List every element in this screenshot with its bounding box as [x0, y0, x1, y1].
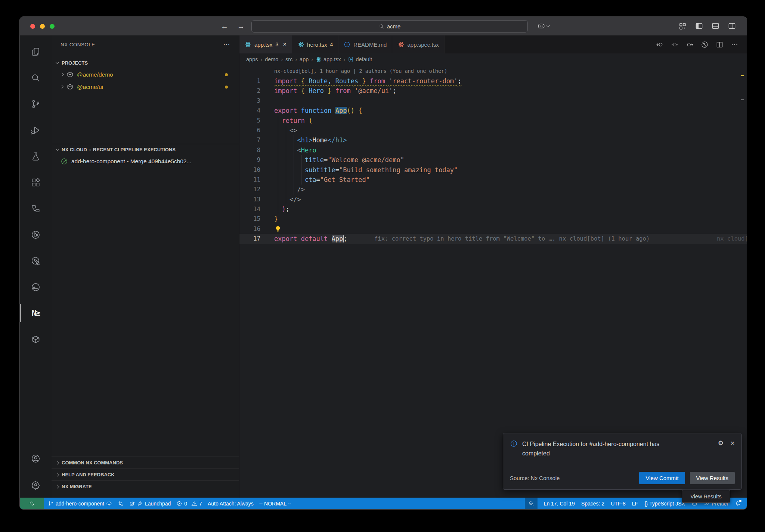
activity-item-references[interactable] [20, 195, 52, 222]
status-item-launchpad[interactable]: Launchpad [129, 501, 171, 507]
status-item-problems[interactable]: 07 [176, 501, 202, 507]
status-item-compare[interactable] [118, 501, 124, 507]
activity-item-search[interactable] [20, 65, 52, 91]
breadcrumb-apps[interactable]: apps [246, 56, 258, 62]
error-count: 0 [184, 501, 187, 507]
code-line-6: 6 <> [239, 126, 747, 135]
previous-change-icon[interactable] [656, 41, 664, 49]
pipeline-execution-item[interactable]: add-hero-component - Merge 409b44e5cb02.… [52, 155, 239, 167]
line-number: 3 [239, 96, 260, 106]
minimize-window-button[interactable] [40, 24, 45, 29]
search-icon [379, 24, 384, 29]
status-item-notifications[interactable] [735, 501, 741, 507]
activity-item-gitlens[interactable] [20, 222, 52, 248]
more-actions-icon[interactable] [731, 41, 738, 49]
tab-badge: 4 [330, 41, 333, 47]
copilot-menu[interactable] [537, 22, 549, 30]
sidebar-more-actions-button[interactable]: ⋯ [223, 40, 230, 49]
next-change-icon[interactable] [686, 41, 694, 49]
gitlens-inspect-icon [31, 256, 41, 266]
split-editor-icon[interactable] [716, 41, 724, 49]
status-item-eol[interactable]: LF [632, 501, 638, 507]
view-results-button[interactable]: View Results [690, 472, 735, 484]
chevron-right-icon [56, 461, 59, 465]
modified-dot [225, 73, 228, 76]
notification-toast: CI Pipeline Execution for #add-hero-comp… [503, 433, 742, 490]
current-change-icon[interactable] [671, 41, 679, 49]
activity-item-source-control[interactable] [20, 91, 52, 117]
status-item-auto-attach[interactable]: Auto Attach: Always [208, 501, 254, 507]
activity-item-run-debug[interactable] [20, 117, 52, 143]
commit-graph-icon[interactable] [701, 41, 709, 49]
status-item-vim-mode[interactable]: -- NORMAL -- [259, 501, 291, 507]
navigate-forward-button[interactable]: → [237, 22, 245, 31]
breadcrumb-app[interactable]: app [300, 56, 309, 62]
activity-item-testing[interactable] [20, 143, 52, 169]
sidebar-section-common-nx-commands[interactable]: COMMON NX COMMANDS [52, 457, 239, 468]
activity-item-accounts[interactable] [20, 445, 52, 471]
customize-layout-icon[interactable] [678, 22, 687, 30]
projects-section-header[interactable]: PROJECTS [52, 57, 239, 68]
sidebar-section-nx-migrate[interactable]: NX MIGRATE [52, 480, 239, 492]
tab-badge: 3 [275, 41, 278, 47]
lightbulb-icon[interactable] [274, 225, 282, 233]
breadcrumb-src[interactable]: src [285, 56, 292, 62]
modified-dot [225, 86, 228, 89]
package-icon [66, 83, 74, 90]
close-icon[interactable]: × [283, 41, 287, 48]
project-item-@acme/demo[interactable]: @acme/demo [52, 68, 239, 81]
project-item-@acme/ui[interactable]: @acme/ui [52, 81, 239, 93]
blame-overflow-text: nx-cloud[b [717, 234, 747, 244]
notification-close-icon[interactable]: × [730, 439, 735, 458]
sidebar-section-help-and-feedback[interactable]: HELP AND FEEDBACK [52, 468, 239, 480]
line-number: 1 [239, 76, 260, 86]
tab-hero.tsx[interactable]: hero.tsx4 [292, 35, 338, 53]
tab-app.spec.tsx[interactable]: app.spec.tsx [392, 35, 444, 53]
source-control-icon [31, 99, 41, 109]
navigate-back-button[interactable]: ← [221, 22, 228, 31]
code-line-1: 1import { Route, Routes } from 'react-ro… [239, 76, 747, 86]
activity-item-extensions[interactable] [20, 169, 52, 195]
nx-cloud-section-header[interactable]: NX CLOUD :: RECENT CI PIPELINE EXECUTION… [52, 144, 239, 155]
activity-item-nx-console[interactable]: N≥ [20, 300, 52, 326]
status-item-language[interactable]: {} TypeScript JSX [644, 501, 685, 507]
breadcrumb-app.tsx[interactable]: app.tsx [316, 56, 341, 62]
status-item-branch[interactable]: add-hero-component [48, 501, 112, 507]
breadcrumb-demo[interactable]: demo [265, 56, 278, 62]
code-line-9: 9 title="Welcome @acme/demo" [239, 155, 747, 165]
activity-item-gitlens-inspect[interactable] [20, 248, 52, 274]
breadcrumb-default[interactable]: default [348, 56, 372, 62]
tab-app.tsx[interactable]: app.tsx3× [239, 35, 292, 53]
tab-README.md[interactable]: README.md [338, 35, 392, 53]
chevron-right-icon [56, 485, 59, 489]
view-commit-button[interactable]: View Commit [639, 472, 685, 484]
status-item-indentation[interactable]: Spaces: 2 [581, 501, 604, 507]
project-label: @acme/ui [77, 84, 103, 90]
maximize-window-button[interactable] [50, 24, 55, 29]
sidebar-title: NX CONSOLE [61, 42, 95, 47]
activity-item-edge-tools[interactable] [20, 274, 52, 300]
toggle-secondary-sidebar-icon[interactable] [728, 22, 736, 30]
toggle-primary-sidebar-icon[interactable] [695, 22, 703, 30]
remote-icon [29, 500, 35, 507]
close-window-button[interactable] [30, 24, 35, 29]
launch-edit-icon [129, 501, 135, 507]
activity-item-explorer[interactable] [20, 38, 52, 65]
git-codelens[interactable]: nx-cloud[bot], 1 hour ago | 2 authors (Y… [274, 68, 447, 74]
activity-item-settings[interactable] [20, 471, 52, 498]
command-center-search[interactable]: acme [251, 20, 528, 33]
react-icon [245, 41, 251, 48]
testing-icon [31, 151, 41, 161]
code-line-17: 17export default App;fix: correct typo i… [239, 234, 747, 244]
notification-settings-gear-icon[interactable]: ⚙ [718, 439, 724, 458]
run-debug-icon [31, 125, 41, 135]
status-item-zoom[interactable] [525, 498, 538, 509]
status-item-cursor-position[interactable]: Ln 17, Col 19 [544, 501, 575, 507]
activity-item-containers[interactable] [20, 326, 52, 352]
project-label: @acme/demo [77, 71, 113, 78]
toggle-panel-icon[interactable] [711, 22, 720, 30]
status-item-encoding[interactable]: UTF-8 [611, 501, 626, 507]
search-icon [31, 73, 41, 83]
cloud-upload-icon [106, 501, 112, 507]
remote-indicator[interactable] [20, 498, 44, 509]
